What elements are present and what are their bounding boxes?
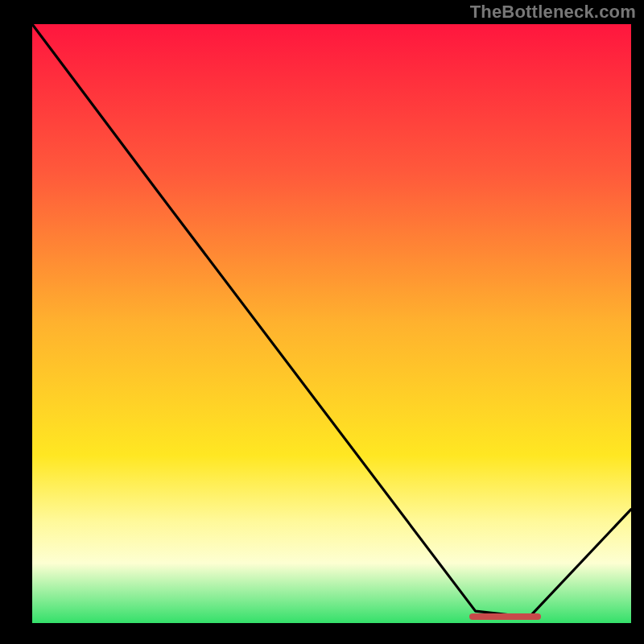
chart-frame: TheBottleneck.com: [0, 0, 644, 644]
plot-area: [32, 24, 631, 623]
optimal-range-marker: [469, 613, 541, 620]
attribution-text: TheBottleneck.com: [470, 2, 636, 23]
line-curve: [32, 24, 631, 623]
